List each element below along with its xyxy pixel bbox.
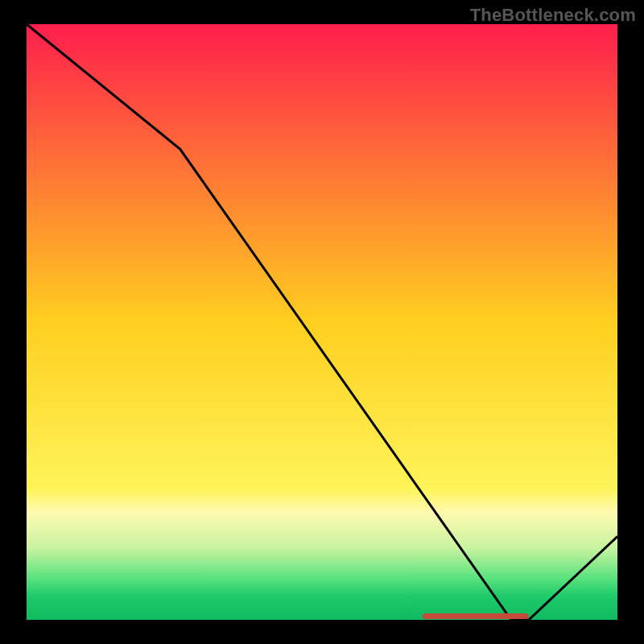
bottleneck-chart — [0, 0, 644, 644]
gradient-background — [27, 24, 617, 620]
chart-frame: TheBottleneck.com — [0, 0, 644, 644]
optimal-range-marker — [423, 613, 529, 619]
